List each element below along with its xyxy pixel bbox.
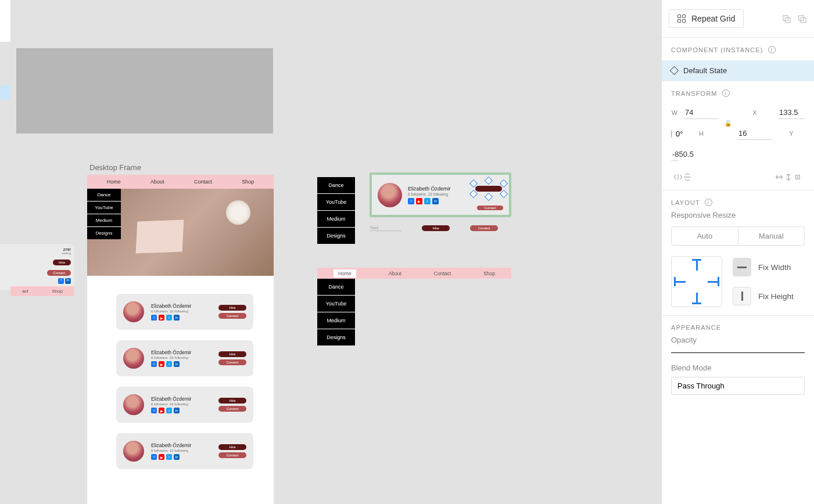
constraint-box[interactable] (671, 256, 722, 307)
height-input[interactable]: 16 (737, 127, 772, 140)
profile-card[interactable]: Elizabeth Özdemir 6 followers 22 followi… (116, 387, 253, 423)
menu-medium[interactable]: Medium (87, 214, 121, 227)
resize-manual-tab[interactable]: Manual (738, 227, 805, 245)
fix-height-label: Fix Height (758, 292, 794, 301)
menu-dance[interactable]: Dance (87, 189, 121, 201)
transform-section: TRANSFORM i W 74 X 133.5 0° H 16 Y -850.… (662, 81, 814, 190)
contact-button[interactable]: Contact (47, 270, 71, 276)
hire-button[interactable]: Hire (422, 225, 450, 231)
youtube-icon[interactable]: ▶ (159, 315, 164, 321)
info-icon[interactable]: i (768, 46, 776, 53)
component-state-row[interactable]: Default State (662, 60, 814, 81)
flip-horizontal-icon[interactable] (673, 172, 683, 182)
info-icon[interactable]: i (705, 199, 712, 206)
repeat-grid-button[interactable]: Repeat Grid (669, 9, 744, 28)
resize-handle[interactable] (485, 177, 493, 185)
profile-card[interactable]: Elizabeth Özdemir 6 followers 22 followi… (116, 433, 253, 469)
menu-designs[interactable]: Designs (317, 228, 355, 244)
x-label: X (737, 109, 772, 116)
opacity-slider[interactable] (671, 352, 805, 353)
partial-stat: owing (3, 251, 71, 255)
layout-title: LAYOUT (671, 199, 700, 206)
artboard-placeholder-gray[interactable] (16, 48, 273, 134)
partial-profile-card[interactable]: zmir owing Hire Contact f in (0, 244, 74, 290)
fix-width-label: Fix Width (758, 263, 791, 272)
blend-mode-select[interactable]: Pass Through (671, 377, 805, 395)
align-vertical-icon[interactable] (784, 172, 793, 182)
add-icon[interactable] (781, 14, 791, 24)
nav-bar: Home About Contact Shop (87, 175, 274, 189)
design-canvas[interactable]: Desktop Frame Home About Contact Shop Da… (0, 0, 661, 504)
artboard-label-desktop[interactable]: Desktop Frame (89, 163, 141, 172)
selection-handles[interactable] (472, 179, 505, 196)
fix-height-toggle[interactable] (733, 287, 751, 305)
opacity-label: Opacity (671, 336, 805, 344)
menu-youtube[interactable]: YouTube (317, 194, 355, 211)
height-label: H (684, 130, 719, 137)
partial-nav-bar: act Shop (10, 286, 74, 296)
nav-home[interactable]: Home (334, 269, 356, 278)
y-input[interactable]: -850.5 (671, 148, 678, 161)
contact-button[interactable]: Contact (218, 313, 246, 319)
menu-dance[interactable]: Dance (317, 177, 355, 194)
blend-mode-label: Blend Mode (671, 363, 805, 372)
nav-about[interactable]: About (389, 271, 401, 276)
nav-about[interactable]: About (150, 179, 164, 185)
contact-button[interactable]: Contact (470, 225, 498, 231)
menu-youtube[interactable]: YouTube (317, 296, 355, 312)
youtube-icon[interactable]: ▶ (416, 198, 422, 204)
subtract-icon[interactable] (797, 14, 807, 24)
linkedin-icon[interactable]: in (432, 198, 439, 204)
text-placeholder[interactable]: Text (370, 225, 401, 231)
menu-medium[interactable]: Medium (317, 211, 355, 228)
partial-nav-shop[interactable]: Shop (52, 289, 63, 294)
component-title: COMPONENT (INSTANCE) (671, 46, 763, 53)
floating-menu-1[interactable]: Dance YouTube Medium Designs (317, 177, 355, 244)
selected-hire-pill[interactable] (475, 186, 502, 192)
flip-vertical-icon[interactable] (683, 172, 692, 182)
appearance-section: APPEARANCE Opacity Blend Mode Pass Throu… (662, 315, 814, 403)
twitter-icon[interactable]: t (424, 198, 431, 204)
selected-profile-card[interactable]: Elizabeth Özdemir 6 followers 22 followi… (370, 172, 511, 217)
align-center-icon[interactable] (793, 172, 802, 182)
menu-dance[interactable]: Dance (317, 279, 355, 296)
nav-shop[interactable]: Shop (242, 179, 254, 185)
menu-medium[interactable]: Medium (317, 312, 355, 329)
info-icon[interactable]: i (722, 89, 730, 97)
hire-button[interactable]: Hire (218, 305, 246, 311)
floating-menu-2[interactable]: Dance YouTube Medium Designs (317, 279, 355, 345)
default-state-label: Default State (683, 66, 727, 75)
linkedin-icon[interactable]: in (174, 315, 180, 321)
menu-youtube[interactable]: YouTube (87, 201, 121, 214)
nav-contact[interactable]: Contact (434, 271, 451, 276)
detached-controls-row: Text Hire Contact (370, 225, 511, 231)
resize-auto-tab[interactable]: Auto (672, 227, 738, 245)
profile-card[interactable]: Elizabeth Özdemir 6 followers 22 followi… (116, 340, 253, 376)
menu-designs[interactable]: Designs (317, 329, 355, 345)
fix-width-toggle[interactable] (733, 258, 751, 276)
facebook-icon[interactable]: f (151, 315, 157, 321)
rotation-input[interactable]: 0° (671, 129, 678, 138)
avatar (123, 301, 144, 322)
lock-aspect-icon[interactable]: 🔓 (725, 120, 731, 127)
menu-designs[interactable]: Designs (87, 227, 121, 239)
facebook-icon[interactable]: f (408, 198, 414, 204)
align-horizontal-icon[interactable] (774, 172, 784, 182)
x-input[interactable]: 133.5 (778, 106, 805, 119)
profile-stats: 6 followers 22 following (151, 309, 211, 313)
width-input[interactable]: 74 (684, 106, 719, 119)
nav-contact[interactable]: Contact (194, 179, 212, 185)
partial-nav-contact[interactable]: act (22, 289, 28, 294)
contact-button[interactable]: Contact (477, 206, 503, 210)
appearance-title: APPEARANCE (671, 324, 721, 331)
nav-home[interactable]: Home (107, 179, 121, 185)
profile-card[interactable]: Elizabeth Özdemir 6 followers 22 followi… (116, 294, 253, 330)
component-section: COMPONENT (INSTANCE) i Default State (662, 37, 814, 81)
nav-shop[interactable]: Shop (483, 271, 495, 276)
twitter-icon[interactable]: t (166, 315, 172, 321)
hire-button[interactable]: Hire (53, 260, 71, 265)
properties-panel: Repeat Grid COMPONENT (INSTANCE) i Defau… (661, 0, 814, 504)
artboard-desktop-frame[interactable]: Home About Contact Shop Dance YouTube Me… (87, 175, 274, 504)
avatar (378, 183, 402, 207)
detached-nav-bar[interactable]: Home About Contact Shop (317, 268, 511, 279)
